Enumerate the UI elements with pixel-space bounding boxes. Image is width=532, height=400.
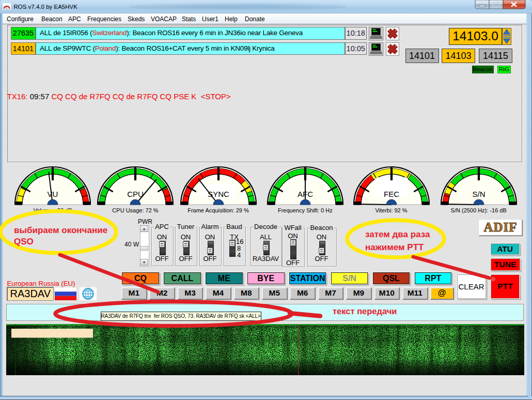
svg-text:SYNC: SYNC [208,190,229,198]
svg-text:FEC: FEC [384,190,399,198]
svg-text:VU: VU [48,190,58,198]
svg-text:S/N: S/N [472,190,485,198]
